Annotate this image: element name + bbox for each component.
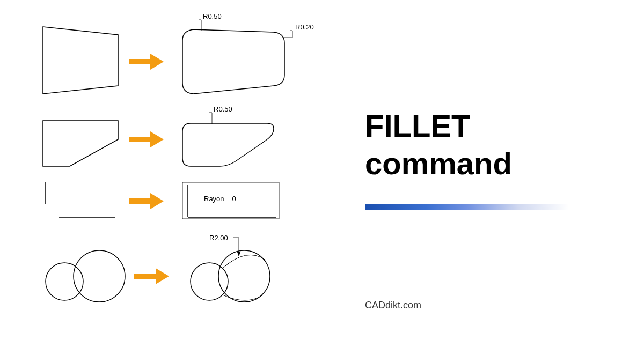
example-4: R2.00 <box>21 231 322 311</box>
radius-label-4: R2.00 <box>209 234 228 242</box>
rayon-label: Rayon = 0 <box>204 195 236 203</box>
example-1: R0.50 R0.20 <box>21 11 322 102</box>
title-line-1: FILLET <box>365 107 512 145</box>
radius-label-1: R0.50 <box>203 12 222 20</box>
title-block: FILLET command <box>365 107 512 182</box>
svg-point-13 <box>74 250 125 302</box>
radius-label-3: R0.50 <box>214 105 232 113</box>
example-2: R0.50 <box>21 102 322 180</box>
title-line-2: command <box>365 145 512 182</box>
svg-point-12 <box>46 263 83 300</box>
example-3: Rayon = 0 <box>21 180 322 231</box>
main-container: R0.50 R0.20 R0.50 <box>0 0 644 362</box>
attribution-text: CADdikt.com <box>365 300 421 311</box>
svg-marker-18 <box>237 252 240 256</box>
accent-bar <box>365 204 569 210</box>
diagram-panel: R0.50 R0.20 R0.50 <box>0 0 322 362</box>
radius-label-2: R0.20 <box>295 23 314 31</box>
svg-point-14 <box>191 263 228 300</box>
title-panel: FILLET command CADdikt.com <box>322 0 644 362</box>
